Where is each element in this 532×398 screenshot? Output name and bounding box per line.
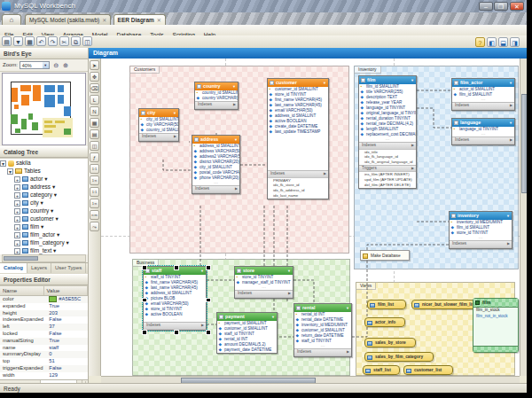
eer-diagram-canvas[interactable]: CustomersInventoryBusinessViews country▼… bbox=[101, 59, 520, 376]
diagram-table-film[interactable]: film▼⬩film_id SMALLINT◆title VARCHAR(255… bbox=[358, 75, 417, 189]
diagram-view-customer_list[interactable]: customer_list bbox=[403, 365, 453, 375]
routine-group-tool-icon[interactable]: ƒ bbox=[90, 152, 99, 162]
expand-icon[interactable]: + bbox=[14, 184, 20, 191]
scrollbar-thumb[interactable] bbox=[4, 256, 38, 261]
diagram-table-language[interactable]: language▼⬩language_id TINYINT⋯Indexes▶ bbox=[451, 118, 515, 145]
expand-arrow-icon[interactable]: ▶ bbox=[233, 102, 236, 108]
section-header-indexes[interactable]: Indexes▶ bbox=[139, 133, 178, 141]
expand-icon[interactable]: + bbox=[14, 240, 20, 246]
section-header-indexes[interactable]: Indexes▶ bbox=[450, 240, 512, 248]
table-header[interactable]: film_actor▼ bbox=[452, 79, 514, 87]
help-icon[interactable]: ? bbox=[475, 37, 485, 47]
property-row-manualSizing[interactable]: manualSizingTrue bbox=[0, 338, 88, 345]
table-header[interactable]: store▼ bbox=[235, 267, 293, 275]
tree-root-schema[interactable]: ▾sakila bbox=[0, 159, 88, 167]
collapse-arrow-icon[interactable]: ▼ bbox=[287, 267, 291, 275]
property-row-width[interactable]: width129 bbox=[0, 372, 88, 379]
diagram-table-address[interactable]: address▼⬩address_id SMALLINT◆address VAR… bbox=[192, 135, 240, 194]
save-icon[interactable]: ▦ bbox=[25, 36, 35, 46]
collapse-arrow-icon[interactable]: ▼ bbox=[411, 76, 414, 84]
tree-horizontal-scrollbar[interactable] bbox=[2, 254, 86, 262]
expand-arrow-icon[interactable]: ▶ bbox=[510, 103, 512, 109]
birds-eye-minimap[interactable] bbox=[2, 73, 86, 145]
selection-handle[interactable] bbox=[142, 298, 147, 303]
expand-icon[interactable]: + bbox=[14, 232, 20, 238]
table-header[interactable]: language▼ bbox=[452, 119, 514, 127]
toggle-bottom-panel-icon[interactable]: ⬓ bbox=[498, 37, 508, 47]
rel-1-1-id-tool-icon[interactable]: 1:1 bbox=[90, 187, 99, 197]
table-header[interactable]: address▼ bbox=[192, 136, 239, 144]
diagram-table-inventory[interactable]: inventory▼⬩inventory_id MEDIUMINT◆film_i… bbox=[449, 211, 512, 249]
hand-tool-icon[interactable]: ✥ bbox=[90, 72, 99, 82]
minimize-button[interactable]: – bbox=[479, 2, 493, 11]
zoom-out-icon[interactable]: ⊖ bbox=[53, 59, 59, 71]
tab-close-icon[interactable]: ✕ bbox=[157, 18, 161, 23]
expand-icon[interactable]: + bbox=[14, 200, 20, 207]
section-header-indexes[interactable]: Indexes▶ bbox=[359, 142, 416, 150]
section-header-triggers[interactable]: Triggers▶ bbox=[359, 165, 416, 173]
toggle-left-panel-icon[interactable]: ◧ bbox=[487, 37, 497, 47]
toggle-right-panel-icon[interactable]: ◨ bbox=[510, 37, 520, 47]
table-header[interactable]: city▼ bbox=[139, 109, 178, 117]
section-header-indexes[interactable]: Indexes▶ bbox=[452, 102, 514, 110]
expand-icon[interactable]: + bbox=[14, 216, 20, 222]
tree-table-country[interactable]: +country ▾ bbox=[0, 207, 88, 215]
table-header[interactable]: inventory▼ bbox=[450, 212, 512, 220]
expand-icon[interactable]: + bbox=[14, 248, 20, 254]
copy-icon[interactable]: ⧉ bbox=[71, 36, 81, 46]
rel-1-1-nonid-tool-icon[interactable]: 1:1 bbox=[90, 164, 99, 174]
section-header-indexes[interactable]: Indexes▶ bbox=[192, 185, 239, 193]
diagram-view-film_list[interactable]: film_list bbox=[367, 300, 406, 309]
expand-arrow-icon[interactable]: ▶ bbox=[347, 349, 349, 355]
routine-group-header[interactable]: film bbox=[473, 299, 518, 308]
tree-table-film[interactable]: +film ▾ bbox=[0, 222, 88, 230]
new-document-icon[interactable]: ▤ bbox=[2, 36, 12, 46]
tree-table-film_category[interactable]: +film_category ▾ bbox=[0, 238, 88, 246]
expand-arrow-icon[interactable]: ▶ bbox=[288, 291, 291, 297]
diagram-table-customer[interactable]: customer▼⬩customer_id SMALLINT◆store_id … bbox=[267, 78, 329, 199]
expand-icon[interactable]: + bbox=[14, 224, 20, 230]
scrollbar-thumb[interactable] bbox=[521, 94, 527, 193]
collapse-arrow-icon[interactable]: ▼ bbox=[232, 82, 236, 90]
collapse-icon[interactable]: ▾ bbox=[0, 160, 6, 167]
selection-handle[interactable] bbox=[174, 330, 179, 335]
expand-arrow-icon[interactable]: ▶ bbox=[507, 241, 510, 247]
maximize-button[interactable]: ❐ bbox=[494, 2, 508, 11]
tab-eer-diagram[interactable]: EER Diagram✕ bbox=[113, 14, 166, 25]
diagram-table-rental[interactable]: rental▼⬩rental_id INT◆rental_date DATETI… bbox=[293, 303, 352, 357]
selection-handle[interactable] bbox=[142, 330, 147, 335]
diagram-table-film_actor[interactable]: film_actor▼⬩actor_id SMALLINT◆film_id SM… bbox=[451, 78, 515, 111]
expand-icon[interactable]: + bbox=[14, 208, 20, 215]
cut-icon[interactable]: ✂ bbox=[59, 36, 69, 46]
collapse-arrow-icon[interactable]: ▼ bbox=[200, 267, 204, 275]
expand-icon[interactable]: + bbox=[14, 192, 20, 199]
table-header[interactable]: film▼ bbox=[359, 76, 416, 84]
selection-handle[interactable] bbox=[206, 298, 211, 303]
selection-handle[interactable] bbox=[206, 330, 211, 335]
selection-handle[interactable] bbox=[174, 265, 179, 270]
undo-icon[interactable]: ↶ bbox=[36, 36, 46, 46]
tree-table-city[interactable]: +city ▾ bbox=[0, 199, 88, 207]
tree-table-address[interactable]: +address ▾ bbox=[0, 183, 88, 191]
canvas-vertical-scrollbar[interactable] bbox=[520, 59, 527, 376]
property-row-left[interactable]: left37 bbox=[0, 324, 88, 331]
view-tool-icon[interactable]: ◫ bbox=[90, 141, 99, 151]
collapse-arrow-icon[interactable]: ▼ bbox=[509, 119, 512, 127]
tree-table-customer[interactable]: +customer ▾ bbox=[0, 215, 88, 222]
tree-table-film_actor[interactable]: +film_actor ▾ bbox=[0, 230, 88, 238]
diagram-view-sales_by_store[interactable]: sales_by_store bbox=[364, 338, 416, 347]
rel-1-n-id-tool-icon[interactable]: 1:n bbox=[90, 199, 99, 208]
expand-arrow-icon[interactable]: ▶ bbox=[411, 166, 414, 172]
property-row-height[interactable]: height203 bbox=[0, 310, 88, 317]
rel-pick-cols-tool-icon[interactable]: ⤳ bbox=[90, 222, 99, 231]
expand-arrow-icon[interactable]: ▶ bbox=[235, 186, 238, 192]
table-header[interactable]: customer▼ bbox=[268, 79, 328, 87]
diagram-view-staff_list[interactable]: staff_list bbox=[363, 365, 400, 375]
zoom-select[interactable]: 40%▼ bbox=[20, 61, 50, 69]
section-header-indexes[interactable]: Indexes▶ bbox=[294, 348, 351, 356]
collapse-arrow-icon[interactable]: ▼ bbox=[346, 304, 349, 312]
sidebar-tab-layers[interactable]: Layers bbox=[27, 263, 51, 273]
redo-icon[interactable]: ↷ bbox=[48, 36, 58, 46]
image-tool-icon[interactable]: ▦ bbox=[90, 118, 99, 128]
table-header[interactable]: payment▼ bbox=[217, 313, 277, 321]
